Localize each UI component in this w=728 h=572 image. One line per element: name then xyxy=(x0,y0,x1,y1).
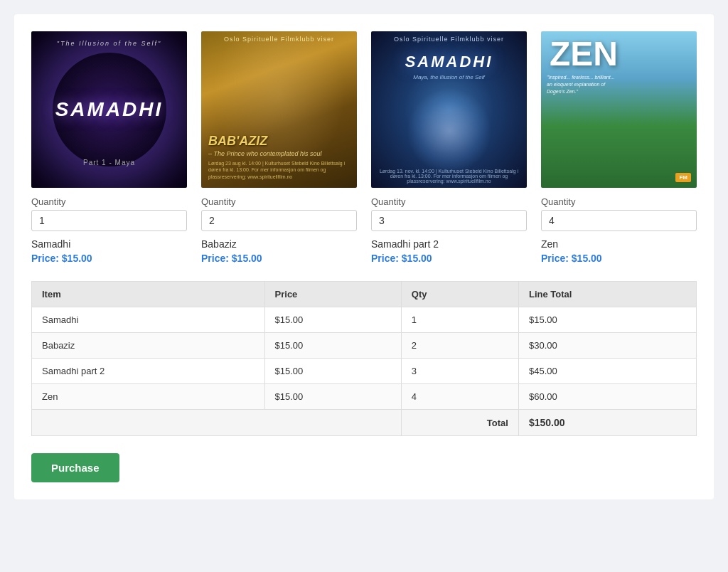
cell-qty: 1 xyxy=(401,307,518,333)
quantity-label-4: Quantity xyxy=(541,196,697,207)
poster-samadhi2-subtitle: Maya, the Illusion of the Self xyxy=(413,74,485,80)
poster-babaziz-title: BAB'AZIZ xyxy=(208,134,267,149)
product-name-samadhi: Samadhi xyxy=(31,238,187,250)
col-header-line-total: Line Total xyxy=(518,282,696,307)
poster-babaziz-oslo: Oslo Spirituelle Filmklubb viser xyxy=(201,36,357,43)
poster-babaziz-info: Lørdag 23 aug kl. 14:00 | Kulturhuset St… xyxy=(208,160,350,181)
total-row: Total $150.00 xyxy=(32,410,697,436)
cell-price: $15.00 xyxy=(264,384,401,410)
product-name-zen: Zen xyxy=(541,238,697,250)
poster-zen-title: ZEN xyxy=(550,37,618,71)
poster-zen-quote: "Inspired... fearless... brilliant... an… xyxy=(547,74,618,95)
cell-line-total: $30.00 xyxy=(518,333,696,359)
cell-item: Samadhi part 2 xyxy=(32,359,265,384)
products-row: "The Illusion of the Self" SAMADHI Part … xyxy=(31,31,697,264)
table-row: Samadhi $15.00 1 $15.00 xyxy=(32,307,697,333)
product-price-samadhi: Price: $15.00 xyxy=(31,253,187,264)
total-label: Total xyxy=(401,410,518,436)
product-price-zen: Price: $15.00 xyxy=(541,253,697,264)
product-image-samadhi: "The Illusion of the Self" SAMADHI Part … xyxy=(31,31,187,188)
product-image-samadhi2: Oslo Spirituelle Filmklubb viser SAMADHI… xyxy=(371,31,527,188)
poster-zen-fm: FM xyxy=(675,173,691,182)
table-row: Babaziz $15.00 2 $30.00 xyxy=(32,333,697,359)
cell-price: $15.00 xyxy=(264,359,401,384)
cell-qty: 2 xyxy=(401,333,518,359)
col-header-price: Price xyxy=(264,282,401,307)
cell-line-total: $60.00 xyxy=(518,384,696,410)
total-amount: $150.00 xyxy=(518,410,696,436)
product-name-babaziz: Babaziz xyxy=(201,238,357,250)
product-card-babaziz: Oslo Spirituelle Filmklubb viser BAB'AZI… xyxy=(201,31,357,264)
cell-price: $15.00 xyxy=(264,333,401,359)
quantity-label-2: Quantity xyxy=(201,196,357,207)
product-card-samadhi: "The Illusion of the Self" SAMADHI Part … xyxy=(31,31,187,264)
cell-item: Zen xyxy=(32,384,265,410)
purchase-button[interactable]: Purchase xyxy=(31,453,119,482)
cell-line-total: $15.00 xyxy=(518,307,696,333)
order-table: Item Price Qty Line Total Samadhi $15.00… xyxy=(31,281,697,436)
poster-samadhi2-title: SAMADHI xyxy=(405,53,493,71)
quantity-input-babaziz[interactable] xyxy=(201,210,357,231)
col-header-qty: Qty xyxy=(401,282,518,307)
total-spacer xyxy=(32,410,402,436)
cell-item: Samadhi xyxy=(32,307,265,333)
poster-samadhi-main-text: SAMADHI xyxy=(55,98,164,121)
product-name-samadhi2: Samadhi part 2 xyxy=(371,238,527,250)
product-price-babaziz: Price: $15.00 xyxy=(201,253,357,264)
table-row: Zen $15.00 4 $60.00 xyxy=(32,384,697,410)
product-image-babaziz: Oslo Spirituelle Filmklubb viser BAB'AZI… xyxy=(201,31,357,188)
cell-line-total: $45.00 xyxy=(518,359,696,384)
col-header-item: Item xyxy=(32,282,265,307)
cell-item: Babaziz xyxy=(32,333,265,359)
main-container: "The Illusion of the Self" SAMADHI Part … xyxy=(14,14,714,499)
product-price-samadhi2: Price: $15.00 xyxy=(371,253,527,264)
poster-babaziz-subtitle: – The Prince who contemplated his soul xyxy=(208,150,322,157)
cell-price: $15.00 xyxy=(264,307,401,333)
poster-samadhi2-oslo: Oslo Spirituelle Filmklubb viser xyxy=(394,36,504,43)
quantity-input-zen[interactable] xyxy=(541,210,697,231)
quantity-label-1: Quantity xyxy=(31,196,187,207)
poster-samadhi-top-text: "The Illusion of the Self" xyxy=(57,40,161,47)
product-card-samadhi2: Oslo Spirituelle Filmklubb viser SAMADHI… xyxy=(371,31,527,264)
table-row: Samadhi part 2 $15.00 3 $45.00 xyxy=(32,359,697,384)
quantity-input-samadhi[interactable] xyxy=(31,210,187,231)
cell-qty: 4 xyxy=(401,384,518,410)
poster-samadhi-sub-text: Part 1 - Maya xyxy=(83,159,135,166)
product-card-zen: ZEN "Inspired... fearless... brilliant..… xyxy=(541,31,697,264)
quantity-input-samadhi2[interactable] xyxy=(371,210,527,231)
cell-qty: 3 xyxy=(401,359,518,384)
quantity-label-3: Quantity xyxy=(371,196,527,207)
poster-samadhi2-info: Lørdag 13. nov. kl. 14:00 | Kulturhuset … xyxy=(371,169,527,184)
product-image-zen: ZEN "Inspired... fearless... brilliant..… xyxy=(541,31,697,188)
